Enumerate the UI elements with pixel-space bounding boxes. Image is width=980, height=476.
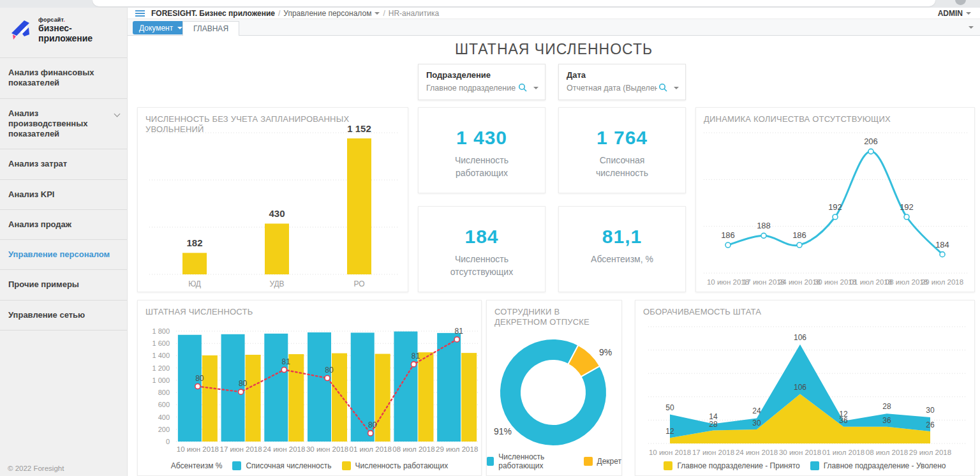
kpi-value: 184 [419, 226, 545, 248]
area-chart[interactable]: 501210 июн 2018142817 июн 2018243024 июн… [635, 320, 976, 461]
sidebar-item-6[interactable]: Управление персоналом [0, 240, 127, 270]
svg-text:12: 12 [665, 427, 674, 436]
panel-absent-dynamics: ДИНАМИКА КОЛИЧЕСТВА ОТСУТСТВУЮЩИХ 18610 … [695, 107, 975, 292]
filter-value: Отчетная дата (Выделено 7 из ... [567, 84, 657, 93]
sidebar-item-4[interactable]: Анализ KPI [0, 180, 127, 210]
chevron-down-icon[interactable] [533, 87, 538, 89]
user-menu[interactable]: ADMIN [938, 9, 971, 18]
svg-text:200: 200 [158, 426, 170, 433]
tab-main[interactable]: ГЛАВНАЯ [182, 21, 239, 36]
svg-text:206: 206 [864, 137, 878, 146]
svg-text:24 июн 2018: 24 июн 2018 [263, 445, 305, 453]
svg-text:186: 186 [792, 230, 806, 240]
legend-item[interactable]: Абсентеизм % [171, 461, 223, 470]
kpi-card-working: 1 430 Численность работающих [418, 107, 546, 193]
sidebar-item-8[interactable]: Управление сетью [0, 301, 127, 331]
kpi-value: 1 430 [419, 127, 545, 149]
browser-avatar[interactable] [955, 0, 966, 5]
svg-text:1 000: 1 000 [152, 376, 170, 384]
copyright: © 2022 Foresight [8, 465, 64, 472]
sidebar-item-7[interactable]: Прочие примеры [0, 270, 127, 300]
svg-text:24 июн 2018: 24 июн 2018 [736, 449, 778, 456]
legend-item[interactable]: Декрет [584, 457, 622, 466]
svg-text:28: 28 [882, 402, 891, 411]
svg-text:30 июн 2018: 30 июн 2018 [306, 445, 348, 453]
panel-title: СОТРУДНИКИ В ДЕКРЕТНОМ ОТПУСКЕ [494, 307, 614, 328]
panel-maternity-leave: СОТРУДНИКИ В ДЕКРЕТНОМ ОТПУСКЕ 9%91% Чис… [486, 300, 622, 476]
donut-chart[interactable]: 9%91% [487, 329, 623, 450]
brand-line2: приложение [38, 33, 93, 43]
svg-text:РО: РО [353, 279, 364, 288]
menu-icon[interactable] [135, 9, 145, 18]
sidebar: форсайт. бизнес- приложение Анализ финан… [0, 8, 128, 476]
breadcrumb-item-3[interactable]: HR-аналитика [389, 9, 439, 18]
kpi-card-absenteeism: 81,1 Абсентеизм, % [558, 206, 686, 292]
svg-text:29 июл 2018: 29 июл 2018 [921, 278, 963, 286]
kpi-label: Численность отсутствующих [434, 253, 530, 279]
tabs-overflow-chevron-icon[interactable] [969, 26, 974, 29]
legend-item[interactable]: Численность работающих [342, 461, 449, 470]
filter-department[interactable]: Подразделение Главное подразделение [418, 64, 546, 100]
svg-text:30 июн 2018: 30 июн 2018 [779, 449, 821, 456]
svg-text:600: 600 [158, 401, 170, 408]
bar-chart[interactable]: 182ЮД430УДВ1 152РО [138, 128, 409, 293]
svg-text:400: 400 [158, 413, 170, 421]
svg-text:01 июл 2018: 01 июл 2018 [822, 449, 865, 456]
breadcrumb-item-1[interactable]: FORESIGHT. Бизнес приложение [151, 9, 275, 18]
chart-legend: Численность работающихДекрет [487, 452, 621, 470]
sidebar-item-5[interactable]: Анализ продаж [0, 210, 127, 240]
kpi-label: Абсентеизм, % [574, 253, 670, 265]
sidebar-item-1[interactable]: Анализ финансовых показателей [0, 58, 127, 99]
svg-text:430: 430 [269, 208, 285, 219]
svg-text:ЮД: ЮД [188, 279, 201, 288]
svg-text:1 600: 1 600 [152, 339, 170, 347]
combo-chart[interactable]: 02004006008001 0001 2001 4001 6001 80010… [138, 320, 482, 457]
svg-text:91%: 91% [494, 426, 512, 436]
svg-text:81: 81 [282, 357, 291, 366]
topbar: FORESIGHT. Бизнес приложение/Управление … [128, 8, 980, 19]
chevron-down-icon[interactable] [674, 87, 679, 89]
breadcrumb-item-2[interactable]: Управление персоналом [283, 9, 371, 18]
panel-title: ДИНАМИКА КОЛИЧЕСТВА ОТСУТСТВУЮЩИХ [704, 114, 967, 124]
legend-item[interactable]: Главное подразделение - Уволено [810, 461, 946, 470]
panel-title: ШТАТНАЯ ЧИСЛЕННОСТЬ [145, 307, 473, 317]
svg-text:106: 106 [794, 333, 806, 342]
brand-small: форсайт. [38, 17, 93, 23]
sidebar-item-2[interactable]: Анализ производственных показателей [0, 99, 127, 150]
chevron-down-icon [114, 110, 121, 117]
browser-strip [0, 0, 980, 8]
svg-text:192: 192 [900, 202, 914, 212]
svg-text:30: 30 [926, 406, 935, 415]
page-title: ШТАТНАЯ ЧИСЛЕННОСТЬ [128, 41, 980, 58]
svg-text:30: 30 [752, 419, 761, 428]
legend-item[interactable]: Численность работающих [487, 452, 574, 470]
svg-text:182: 182 [186, 237, 202, 248]
svg-text:80: 80 [368, 420, 377, 429]
dashboard-content: ШТАТНАЯ ЧИСЛЕННОСТЬ Подразделение Главно… [128, 36, 980, 476]
svg-text:800: 800 [158, 389, 170, 396]
app-logo[interactable]: форсайт. бизнес- приложение [0, 8, 127, 54]
search-icon[interactable] [658, 83, 668, 93]
panel-title: ОБОРАЧИВАЕМОСТЬ ШТАТА [643, 307, 967, 317]
svg-text:24: 24 [752, 406, 761, 415]
svg-text:08 июл 2018: 08 июл 2018 [866, 449, 908, 456]
legend-item[interactable]: Главное подразделение - Принято [664, 461, 799, 470]
svg-text:28: 28 [709, 420, 718, 429]
sidebar-item-3[interactable]: Анализ затрат [0, 149, 127, 179]
svg-text:192: 192 [828, 202, 842, 212]
chart-legend: Абсентеизм %Списочная численностьЧисленн… [138, 461, 481, 470]
svg-text:26: 26 [926, 420, 935, 429]
svg-text:80: 80 [325, 366, 334, 375]
panel-staff-headcount: ШТАТНАЯ ЧИСЛЕННОСТЬ 02004006008001 0001 … [137, 300, 482, 476]
filter-date[interactable]: Дата Отчетная дата (Выделено 7 из ... [558, 64, 686, 100]
svg-text:80: 80 [239, 379, 248, 388]
svg-text:10 июн 2018: 10 июн 2018 [649, 449, 691, 456]
legend-item[interactable]: Списочная численность [232, 461, 331, 470]
brand-line1: бизнес- [38, 23, 93, 33]
svg-text:186: 186 [721, 230, 735, 240]
svg-text:0: 0 [166, 438, 170, 445]
document-menu-button[interactable]: Документ [133, 21, 189, 34]
search-icon[interactable] [518, 83, 528, 93]
line-chart[interactable]: 18610 июн 201818817 июн 201818624 июн 20… [696, 128, 976, 293]
browser-address-bar[interactable] [93, 0, 935, 6]
